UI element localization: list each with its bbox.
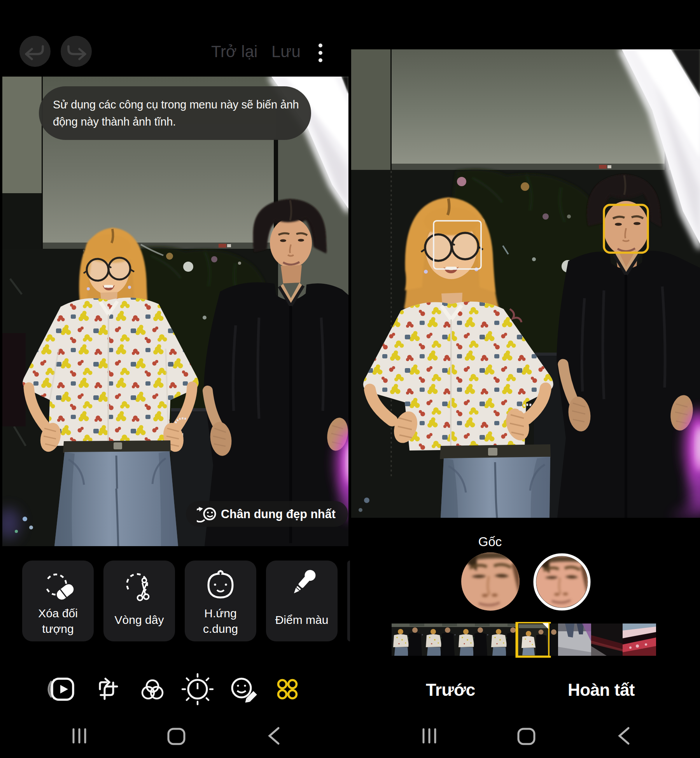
svg-text:Lưu: Lưu [271, 42, 301, 61]
svg-text:Trở lại: Trở lại [211, 42, 257, 61]
